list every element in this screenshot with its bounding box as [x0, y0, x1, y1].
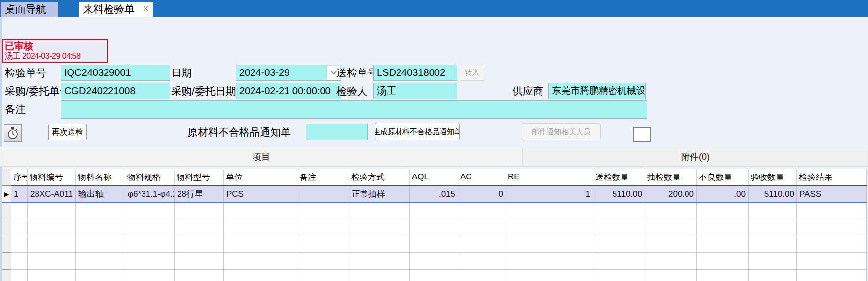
- empty-cell: [749, 203, 797, 219]
- empty-cell: [349, 270, 410, 281]
- cell[interactable]: 200.00: [645, 186, 697, 203]
- column-header[interactable]: 抽检数量: [645, 169, 697, 186]
- resubmit-button[interactable]: 再次送检: [48, 124, 87, 140]
- cell[interactable]: 0: [458, 186, 506, 203]
- column-header[interactable]: 物料型号: [175, 169, 224, 186]
- cell[interactable]: PASS: [797, 186, 867, 203]
- empty-cell: [645, 236, 697, 253]
- cell[interactable]: 正常抽样: [349, 186, 410, 203]
- empty-cell: [749, 253, 797, 270]
- generate-defect-notice-button[interactable]: 生成原材料不合格品通知单: [375, 123, 460, 140]
- tab-attachments[interactable]: 附件(0): [523, 147, 868, 167]
- empty-cell: [458, 219, 506, 236]
- cell[interactable]: 5110.00: [593, 186, 645, 203]
- remarks-field[interactable]: [61, 100, 647, 119]
- empty-cell: [593, 219, 645, 236]
- empty-cell: [349, 203, 410, 219]
- cell[interactable]: 5110.00: [749, 186, 797, 203]
- column-header[interactable]: RE: [506, 169, 593, 186]
- email-notify-button[interactable]: 邮件通知相关人员: [522, 123, 601, 140]
- empty-cell: [28, 270, 76, 281]
- current-row-marker: ▶: [2, 186, 11, 203]
- empty-cell: [349, 219, 410, 236]
- column-header[interactable]: 送检数量: [593, 169, 645, 186]
- empty-cell: [410, 270, 458, 281]
- tab-desktop-nav[interactable]: 桌面导航: [1, 2, 58, 17]
- cell[interactable]: φ6*31.1-φ4.2: [125, 186, 175, 203]
- date-label: 日期: [171, 68, 192, 78]
- table-row[interactable]: ▶128XC-A011输出轴φ6*31.1-φ4.228行星PCS正常抽样.01…: [2, 186, 867, 203]
- close-icon[interactable]: ×: [143, 2, 149, 16]
- empty-cell: [593, 270, 645, 281]
- column-header[interactable]: 检验方式: [349, 169, 410, 186]
- empty-cell: [224, 236, 297, 253]
- email-notify-checkbox[interactable]: [633, 127, 651, 142]
- cell[interactable]: 28行星: [175, 186, 224, 203]
- supplier-field[interactable]: 东莞市腾鹏精密机械设备: [548, 83, 646, 99]
- empty-cell: [458, 270, 506, 281]
- inspection-no-field[interactable]: IQC240329001: [61, 65, 170, 81]
- tab-incoming-inspection[interactable]: 来料检验单 ×: [79, 2, 153, 17]
- empty-cell: [224, 270, 297, 281]
- empty-cell: [297, 253, 349, 270]
- items-table: 序号物料编号物料名称物料规格物料型号单位备注检验方式AQLACRE送检数量抽检数…: [2, 169, 867, 281]
- empty-cell: [175, 236, 224, 253]
- empty-cell: [749, 270, 797, 281]
- empty-cell: [76, 236, 125, 253]
- empty-cell: [224, 219, 297, 236]
- cell[interactable]: 1: [11, 186, 28, 203]
- cell[interactable]: 1: [506, 186, 593, 203]
- empty-cell: [11, 270, 28, 281]
- empty-row: [2, 253, 867, 270]
- transfer-button[interactable]: 转入: [460, 65, 484, 81]
- purchase-no-field[interactable]: CGD240221008: [61, 83, 170, 99]
- column-header[interactable]: 备注: [297, 169, 349, 186]
- empty-cell: [349, 236, 410, 253]
- row-selector: [2, 219, 11, 236]
- approval-status: 已审核: [5, 41, 107, 52]
- cell[interactable]: 输出轴: [76, 186, 125, 203]
- purchase-date-label: 采购/委托日期: [171, 86, 236, 97]
- empty-cell: [175, 203, 224, 219]
- empty-cell: [297, 236, 349, 253]
- defect-notice-field[interactable]: [306, 124, 368, 140]
- purchase-date-field[interactable]: 2024-02-21 00:00:00: [236, 83, 341, 99]
- cell[interactable]: [297, 186, 349, 203]
- column-header[interactable]: AQL: [410, 169, 458, 186]
- timer-button[interactable]: [4, 124, 22, 142]
- column-header[interactable]: 物料名称: [76, 169, 125, 186]
- column-header[interactable]: 验收数量: [749, 169, 797, 186]
- empty-cell: [224, 253, 297, 270]
- column-header[interactable]: 单位: [224, 169, 297, 186]
- cell[interactable]: .00: [697, 186, 749, 203]
- inspector-field[interactable]: 汤工: [373, 83, 457, 99]
- column-header[interactable]: AC: [458, 169, 506, 186]
- empty-cell: [697, 270, 749, 281]
- defect-notice-label: 原材料不合格品通知单: [187, 127, 291, 138]
- empty-cell: [175, 219, 224, 236]
- inspection-no-label: 检验单号: [5, 68, 46, 78]
- date-picker[interactable]: 2024-03-29: [236, 65, 341, 81]
- empty-cell: [797, 203, 867, 219]
- empty-cell: [28, 203, 76, 219]
- empty-cell: [645, 203, 697, 219]
- cell[interactable]: .015: [410, 186, 458, 203]
- empty-cell: [76, 203, 125, 219]
- submission-no-field[interactable]: LSD240318002: [373, 65, 457, 81]
- empty-cell: [410, 203, 458, 219]
- empty-cell: [175, 270, 224, 281]
- tab-items[interactable]: 项目: [0, 147, 523, 167]
- column-header[interactable]: 不良数量: [697, 169, 749, 186]
- column-header[interactable]: 检验结果: [797, 169, 867, 186]
- empty-cell: [125, 253, 175, 270]
- empty-cell: [76, 270, 125, 281]
- cell[interactable]: 28XC-A011: [28, 186, 76, 203]
- empty-cell: [410, 253, 458, 270]
- column-header[interactable]: 物料规格: [125, 169, 175, 186]
- column-header[interactable]: 物料编号: [28, 169, 76, 186]
- row-selector: [2, 270, 11, 281]
- date-value: 2024-03-29: [239, 67, 289, 78]
- cell[interactable]: PCS: [224, 186, 297, 203]
- column-header[interactable]: 序号: [11, 169, 28, 186]
- empty-row: [2, 270, 867, 281]
